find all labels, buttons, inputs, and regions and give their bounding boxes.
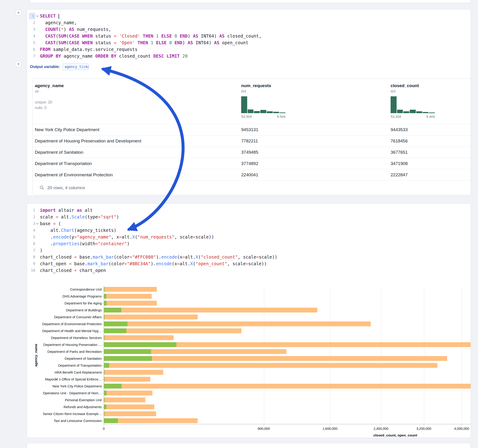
code-text[interactable]: agency_name, xyxy=(39,19,77,26)
closed_count-bar xyxy=(104,411,156,416)
code-text[interactable]: ) xyxy=(39,247,42,254)
line-number: 7 xyxy=(29,53,35,59)
closed_count-bar xyxy=(104,301,157,305)
fold-chevron-icon[interactable] xyxy=(36,14,38,17)
line-number: 3 xyxy=(29,220,35,227)
gridline xyxy=(381,286,381,424)
y-axis-label: Department of Sanitation xyxy=(65,357,102,361)
add-cell-button-top[interactable]: + xyxy=(15,9,22,16)
column-header-agency_name[interactable]: agency_namestrunique: 20nulls: 0 xyxy=(32,79,239,124)
code-text[interactable]: COUNT(*) AS num_requests, xyxy=(39,26,111,33)
y-axis-label: Operations Unit - Department of Hom… xyxy=(43,391,102,395)
x-axis-title: closed_count, open_count xyxy=(373,433,417,437)
chart-category-row: Senior Citizen Rent Increase Exempti… xyxy=(27,411,104,417)
y-axis-label: Department of Housing Preservation … xyxy=(43,343,102,347)
code-text[interactable]: .encode(y="agency_name", x=alt.X("num_re… xyxy=(39,234,214,240)
search-icon[interactable] xyxy=(39,185,44,190)
fold-chevron-icon[interactable] xyxy=(36,222,38,224)
hist-bar xyxy=(254,111,260,113)
table-row[interactable]: Department of Environmental Protection22… xyxy=(32,169,471,180)
code-text[interactable]: base = ( xyxy=(39,220,61,227)
output-variable-chip[interactable]: agency_tickets xyxy=(63,64,88,70)
x-tick-label: 800,000 xyxy=(258,427,270,430)
gutter: 5 xyxy=(27,234,39,240)
line-number: 6 xyxy=(29,46,35,53)
gridline xyxy=(264,286,264,424)
chart-category-row: Taxi and Limousine Commission xyxy=(27,417,104,424)
closed_count-bar xyxy=(104,308,317,312)
code-text[interactable]: SELECT xyxy=(39,13,59,19)
open_count-bar xyxy=(104,363,109,368)
table-header: agency_namestrunique: 20nulls: 0num_requ… xyxy=(32,79,471,124)
column-histogram xyxy=(241,96,285,113)
closed_count-bar xyxy=(104,377,150,382)
table-cell: Department of Environmental Protection xyxy=(32,169,239,180)
code-line: 2scale = alt.Scale(type="sqrt") xyxy=(27,214,471,220)
add-cell-button-output[interactable]: + xyxy=(15,61,22,67)
line-number: 5 xyxy=(29,39,35,46)
chart-category-row: Department of Housing Preservation … xyxy=(27,341,104,348)
code-text[interactable]: alt.Chart(agency_tickets) xyxy=(39,227,116,234)
chart-category-row: Department of Environmental Protection xyxy=(27,321,104,328)
table-row[interactable]: New York City Police Department945313194… xyxy=(32,124,471,135)
hist-range: 53,3049.4e6 xyxy=(391,115,435,118)
table-cell: 7618456 xyxy=(388,136,471,147)
code-text[interactable]: import altair as alt xyxy=(39,207,93,214)
column-type: i64 xyxy=(391,89,469,93)
code-text[interactable]: scale = alt.Scale(type="sqrt") xyxy=(39,214,119,220)
chart-category-row: New York City Police Department xyxy=(27,383,104,390)
gutter: 9 xyxy=(27,260,39,267)
table-row[interactable]: Department of Sanitation37494853677651 xyxy=(32,147,471,158)
x-tick xyxy=(330,424,330,426)
code-text[interactable]: chart_closed + chart_open xyxy=(39,267,106,274)
table-cell: Department of Transportation xyxy=(32,158,239,169)
chart-category-row: Department of Consumer Affairs xyxy=(27,314,104,321)
code-text[interactable]: .properties(width="container") xyxy=(39,240,130,247)
column-header-closed_count[interactable]: closed_counti6453,3049.4e6 xyxy=(388,79,471,124)
code-text[interactable]: CAST(SUM(CASE WHEN status = 'Open' THEN … xyxy=(39,39,248,46)
code-line: 8chart_closed = base.mark_bar(color="#FF… xyxy=(27,254,471,260)
column-name: num_requests xyxy=(241,83,386,88)
table-row[interactable]: Department of Housing Preservation and D… xyxy=(32,135,471,147)
hist-max-label: 9.4e6 xyxy=(426,115,435,118)
python-editor[interactable]: 1import altair as alt2scale = alt.Scale(… xyxy=(27,204,471,274)
gutter: 7 xyxy=(27,53,39,59)
hist-bar xyxy=(397,110,403,113)
y-axis-label: Taxi and Limousine Commission xyxy=(54,419,102,423)
chart-category-row: Correspondence Unit xyxy=(27,286,104,293)
line-number: 4 xyxy=(29,227,35,234)
gutter: 4 xyxy=(27,33,39,39)
open_count-bar xyxy=(104,315,104,319)
table-body: New York City Police Department945313194… xyxy=(32,124,471,180)
table-cell: 2222847 xyxy=(388,169,471,180)
closed_count-bar xyxy=(104,322,371,326)
code-text[interactable]: chart_open = base.mark_bar(color="#8BC34… xyxy=(39,260,267,267)
x-axis: closed_count, open_count 0800,0001,600,0… xyxy=(104,424,471,438)
table-cell: 3749485 xyxy=(239,147,388,158)
chart-category-row: Department for the Aging xyxy=(27,300,104,307)
code-text[interactable]: chart_closed = base.mark_bar(color="#FFC… xyxy=(39,254,277,260)
open_count-bar xyxy=(104,301,107,305)
code-text[interactable]: CAST(SUM(CASE WHEN status = 'Closed' THE… xyxy=(39,33,262,39)
code-text[interactable]: FROM sample_data.nyc.service_requests xyxy=(39,46,138,53)
y-axis-label: Department of Homeless Services xyxy=(51,336,102,340)
sql-editor[interactable]: 1SELECT 2 agency_name,3 COUNT(*) AS num_… xyxy=(27,9,471,59)
code-line: 7GROUP BY agency_name ORDER BY closed_co… xyxy=(27,53,471,59)
code-line: 1import altair as alt xyxy=(27,207,471,214)
gutter: 8 xyxy=(27,254,39,260)
line-number: 7 xyxy=(29,247,35,254)
hist-bar xyxy=(410,110,416,113)
gutter: 3 xyxy=(27,26,39,33)
column-type: i64 xyxy=(241,89,386,93)
table-cell: 7782211 xyxy=(239,136,388,147)
chart-category-row: Department of Transportation xyxy=(27,362,104,369)
hist-bar xyxy=(267,111,273,113)
y-axis-label: Department of Parks and Recreation xyxy=(48,350,102,354)
column-header-num_requests[interactable]: num_requestsi6453,3049.5e6 xyxy=(239,79,388,124)
open_count-bar xyxy=(104,342,176,347)
fold-slot xyxy=(35,223,39,224)
closed_count-bar xyxy=(104,404,154,409)
column-meta: unique: 20nulls: 0 xyxy=(35,100,237,111)
code-text[interactable]: GROUP BY agency_name ORDER BY closed_cou… xyxy=(39,53,188,59)
table-row[interactable]: Department of Transportation377489234719… xyxy=(32,158,471,169)
